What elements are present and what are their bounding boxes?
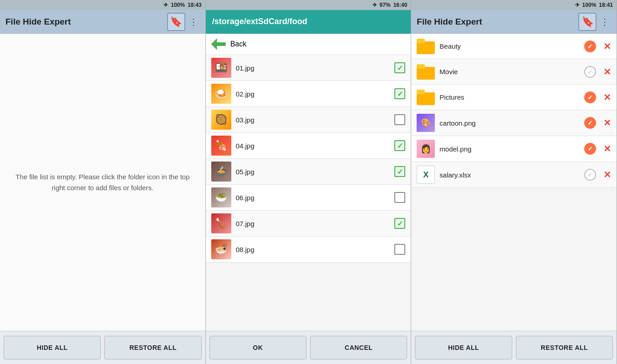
list-item[interactable]: 🥗 06.jpg bbox=[206, 185, 411, 211]
file-thumbnail-3: 🥘 bbox=[211, 110, 231, 130]
app-bar-3: File Hide Expert 🔖 ⋮ bbox=[411, 10, 617, 34]
list-item[interactable]: 👩 model.png ✕ bbox=[411, 136, 617, 162]
content-1: The file list is empty. Please click the… bbox=[0, 34, 205, 331]
restore-check-pictures[interactable] bbox=[584, 91, 596, 103]
list-item[interactable]: 🍗 07.jpg bbox=[206, 211, 411, 237]
time-3: 18:41 bbox=[599, 2, 613, 8]
checkbox-5[interactable] bbox=[394, 166, 405, 177]
file-thumbnail-2: 🍛 bbox=[211, 84, 231, 104]
item-name-model: model.png bbox=[439, 145, 580, 153]
more-menu-1[interactable]: ⋮ bbox=[187, 16, 200, 27]
status-bar-3: ✈ 100% 18:41 bbox=[411, 0, 617, 10]
app-bar-title-3: File Hide Expert bbox=[417, 17, 578, 27]
battery-2: 97% bbox=[380, 2, 391, 8]
path-label: /storage/extSdCard/food bbox=[212, 17, 307, 26]
checkbox-7[interactable] bbox=[394, 218, 405, 229]
status-bar-2: ✈ 97% 16:40 bbox=[206, 0, 411, 10]
restore-list: Beauty ✕ Movie ✕ Pictures ✕ 🎨 cartoon.pn… bbox=[411, 34, 617, 331]
file-list: Back 🍱 01.jpg 🍛 02.jpg 🥘 03.jpg 🍖 04.jpg… bbox=[206, 34, 411, 331]
restore-all-button-1[interactable]: RESTORE ALL bbox=[104, 336, 201, 359]
list-item[interactable]: 🍲 05.jpg bbox=[206, 159, 411, 185]
status-bar-1: ✈ 100% 18:43 bbox=[0, 0, 205, 10]
empty-state: The file list is empty. Please click the… bbox=[0, 34, 205, 331]
list-item[interactable]: Beauty ✕ bbox=[411, 34, 617, 59]
item-name-pictures: Pictures bbox=[439, 93, 580, 101]
list-item[interactable]: Pictures ✕ bbox=[411, 85, 617, 110]
list-item[interactable]: Movie ✕ bbox=[411, 59, 617, 85]
delete-btn-pictures[interactable]: ✕ bbox=[603, 92, 611, 103]
ok-button[interactable]: OK bbox=[209, 336, 306, 359]
list-item[interactable]: 🍖 04.jpg bbox=[206, 133, 411, 159]
restore-all-button-3[interactable]: RESTORE ALL bbox=[516, 336, 613, 359]
cartoon-thumbnail: 🎨 bbox=[417, 114, 435, 132]
file-thumbnail-5: 🍲 bbox=[211, 162, 231, 182]
plane-icon-1: ✈ bbox=[163, 2, 168, 8]
restore-check-model[interactable] bbox=[584, 143, 596, 155]
battery-3: 100% bbox=[582, 2, 597, 8]
item-name-movie: Movie bbox=[439, 68, 580, 76]
empty-state-text: The file list is empty. Please click the… bbox=[9, 172, 196, 193]
app-bar-title-1: File Hide Expert bbox=[5, 17, 167, 27]
bottom-bar-1: HIDE ALL RESTORE ALL bbox=[0, 331, 205, 364]
back-arrow-icon bbox=[211, 38, 226, 50]
file-name-7: 07.jpg bbox=[236, 220, 390, 228]
model-thumbnail: 👩 bbox=[417, 140, 435, 158]
panel-2: ✈ 97% 16:40 /storage/extSdCard/food Back… bbox=[206, 0, 412, 364]
file-name-2: 02.jpg bbox=[236, 90, 390, 98]
list-item[interactable]: 🍜 08.jpg bbox=[206, 237, 411, 263]
file-name-6: 06.jpg bbox=[236, 194, 390, 202]
delete-btn-cartoon[interactable]: ✕ bbox=[603, 117, 611, 128]
restore-check-salary[interactable] bbox=[584, 169, 596, 181]
list-item[interactable]: 🎨 cartoon.png ✕ bbox=[411, 110, 617, 136]
file-thumbnail-4: 🍖 bbox=[211, 136, 231, 156]
plane-icon-2: ✈ bbox=[372, 2, 377, 8]
restore-check-movie[interactable] bbox=[584, 66, 596, 78]
file-thumbnail-6: 🥗 bbox=[211, 187, 231, 207]
restore-check-cartoon[interactable] bbox=[584, 117, 596, 129]
file-name-5: 05.jpg bbox=[236, 168, 390, 176]
folder-icon-movie bbox=[417, 64, 435, 80]
delete-btn-model[interactable]: ✕ bbox=[603, 143, 611, 154]
bookmark-icon-btn-1[interactable]: 🔖 bbox=[167, 13, 185, 31]
bookmark-icon-1: 🔖 bbox=[170, 16, 182, 28]
back-label: Back bbox=[230, 40, 247, 48]
list-item[interactable]: 🍛 02.jpg bbox=[206, 81, 411, 107]
list-item[interactable]: X salary.xlsx ✕ bbox=[411, 162, 617, 188]
panel-1: ✈ 100% 18:43 File Hide Expert 🔖 ⋮ The fi… bbox=[0, 0, 206, 364]
file-name-1: 01.jpg bbox=[236, 64, 390, 72]
restore-check-beauty[interactable] bbox=[584, 40, 596, 52]
hide-all-button-1[interactable]: HIDE ALL bbox=[4, 336, 101, 359]
delete-btn-salary[interactable]: ✕ bbox=[603, 169, 611, 180]
checkbox-3[interactable] bbox=[394, 114, 405, 125]
file-thumbnail-8: 🍜 bbox=[211, 239, 231, 259]
folder-icon-pictures bbox=[417, 90, 435, 105]
plane-icon-3: ✈ bbox=[575, 2, 580, 8]
checkbox-1[interactable] bbox=[394, 62, 405, 73]
app-bar-1: File Hide Expert 🔖 ⋮ bbox=[0, 10, 205, 34]
bookmark-icon-btn-3[interactable]: 🔖 bbox=[578, 13, 597, 31]
folder-icon-beauty bbox=[417, 39, 435, 54]
time-1: 18:43 bbox=[188, 2, 202, 8]
item-name-salary: salary.xlsx bbox=[439, 171, 580, 179]
item-name-cartoon: cartoon.png bbox=[439, 119, 580, 127]
time-2: 16:40 bbox=[393, 2, 408, 8]
bottom-bar-2: OK CANCEL bbox=[206, 331, 411, 364]
more-menu-3[interactable]: ⋮ bbox=[598, 16, 611, 27]
bottom-bar-3: HIDE ALL RESTORE ALL bbox=[411, 331, 617, 364]
cancel-button[interactable]: CANCEL bbox=[310, 336, 407, 359]
file-name-3: 03.jpg bbox=[236, 116, 390, 124]
checkbox-2[interactable] bbox=[394, 88, 405, 99]
battery-1: 100% bbox=[171, 2, 185, 8]
checkbox-6[interactable] bbox=[394, 192, 405, 203]
delete-btn-movie[interactable]: ✕ bbox=[603, 66, 611, 77]
file-thumbnail-7: 🍗 bbox=[211, 213, 231, 233]
back-item[interactable]: Back bbox=[206, 34, 411, 55]
checkbox-4[interactable] bbox=[394, 140, 405, 151]
file-thumbnail-1: 🍱 bbox=[211, 58, 231, 78]
list-item[interactable]: 🍱 01.jpg bbox=[206, 55, 411, 81]
checkbox-8[interactable] bbox=[394, 244, 405, 255]
hide-all-button-3[interactable]: HIDE ALL bbox=[415, 336, 512, 359]
delete-btn-beauty[interactable]: ✕ bbox=[603, 41, 611, 52]
app-bar-teal: /storage/extSdCard/food bbox=[206, 10, 411, 34]
list-item[interactable]: 🥘 03.jpg bbox=[206, 107, 411, 133]
